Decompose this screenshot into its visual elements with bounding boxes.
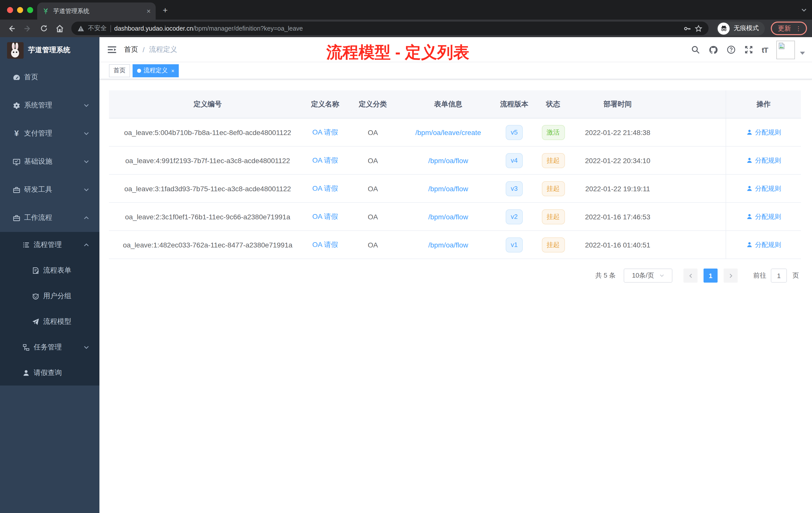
sidebar-item-process-form[interactable]: 流程表单: [0, 258, 99, 283]
sidebar-item-label: 请假查询: [34, 368, 62, 377]
definition-category: OA: [344, 203, 402, 231]
security-label[interactable]: 不安全: [88, 24, 107, 33]
tag-label: 流程定义: [144, 66, 168, 75]
definition-name-link[interactable]: OA 请假: [312, 156, 338, 165]
forward-icon[interactable]: [21, 22, 34, 35]
hamburger-icon[interactable]: [107, 44, 117, 55]
goto-page-input[interactable]: 1: [771, 269, 787, 282]
font-size-icon[interactable]: tT: [762, 46, 768, 54]
update-label[interactable]: 更新: [778, 24, 791, 33]
search-icon[interactable]: [691, 45, 700, 54]
reload-icon[interactable]: [37, 22, 50, 35]
assign-rule-button[interactable]: 分配规则: [746, 156, 781, 165]
table-row: oa_leave:2:3c1f0ef1-76b1-11ec-9c66-a2380…: [109, 203, 801, 231]
definition-table: 定义编号 定义名称 定义分类 表单信息 流程版本 状态 部署时间 操作 oa_l…: [109, 90, 801, 259]
fullscreen-icon[interactable]: [744, 45, 753, 54]
definition-id: oa_leave:1:482ec033-762a-11ec-8477-a2380…: [109, 231, 306, 259]
update-button[interactable]: 更新 ⋮: [771, 22, 807, 35]
column-header: 流程版本: [495, 90, 534, 118]
breadcrumb-separator: /: [143, 46, 145, 54]
tag-home[interactable]: 首页: [109, 64, 130, 77]
sidebar-item-label: 任务管理: [34, 342, 62, 352]
tab-close-icon[interactable]: ×: [147, 7, 151, 14]
home-icon[interactable]: [53, 22, 66, 35]
pagination-total: 共 5 条: [595, 271, 616, 280]
sidebar-logo-row[interactable]: 芋道管理系统: [0, 37, 99, 63]
address-bar[interactable]: 不安全 dashboard.yudao.iocoder.cn /bpm/mana…: [71, 22, 708, 35]
column-header-filler: [663, 90, 726, 118]
url-path[interactable]: /bpm/manager/definition?key=oa_leave: [193, 25, 303, 32]
assign-rule-button[interactable]: 分配规则: [746, 184, 781, 193]
avatar[interactable]: [776, 40, 795, 59]
status-badge: 挂起: [542, 181, 565, 196]
window-controls[interactable]: [7, 7, 33, 13]
sidebar-menu: 首页 系统管理 ¥ 支付管理: [0, 63, 99, 386]
sidebar-item-task-management[interactable]: 任务管理: [0, 334, 99, 360]
tag-close-icon[interactable]: ×: [171, 67, 174, 73]
avatar-dropdown-caret-icon[interactable]: [800, 52, 805, 55]
new-tab-button[interactable]: +: [163, 5, 168, 16]
security-warning-icon[interactable]: [77, 25, 84, 32]
active-dot-icon: [137, 68, 141, 72]
user-icon: [746, 129, 753, 135]
sidebar-item-process-management[interactable]: 流程管理: [0, 232, 99, 258]
sidebar-item-dev-tools[interactable]: 研发工具: [0, 176, 99, 204]
breadcrumb-home[interactable]: 首页: [124, 45, 138, 54]
prev-page-button[interactable]: [684, 269, 697, 282]
sidebar-item-label: 系统管理: [24, 101, 52, 110]
sidebar-item-label: 研发工具: [24, 185, 52, 194]
close-window-button[interactable]: [7, 7, 13, 13]
assign-rule-button[interactable]: 分配规则: [746, 212, 781, 221]
sidebar-item-leave-query[interactable]: 请假查询: [0, 360, 99, 386]
app-logo-avatar: [7, 42, 24, 58]
form-info-link[interactable]: /bpm/oa/flow: [428, 184, 468, 192]
form-info-link[interactable]: /bpm/oa/flow: [428, 156, 468, 164]
sidebar-item-workflow[interactable]: 工作流程: [0, 204, 99, 232]
tree-icon: [22, 343, 30, 351]
chevron-down-icon: [659, 273, 664, 278]
zoom-window-button[interactable]: [27, 7, 33, 13]
github-icon[interactable]: [708, 45, 718, 55]
incognito-chip: 无痕模式: [717, 21, 765, 35]
url-host[interactable]: dashboard.yudao.iocoder.cn: [114, 25, 193, 32]
tag-process-definition-active[interactable]: 流程定义 ×: [133, 64, 179, 77]
key-icon[interactable]: [683, 24, 691, 32]
status-badge: 挂起: [542, 237, 565, 252]
minimize-window-button[interactable]: [17, 7, 23, 13]
form-info-link[interactable]: /bpm/oa/flow: [428, 213, 468, 221]
sidebar-item-label: 流程模型: [43, 317, 71, 326]
page-size-select[interactable]: 10条/页: [624, 269, 672, 282]
definition-name-link[interactable]: OA 请假: [312, 128, 338, 137]
next-page-button[interactable]: [724, 269, 738, 282]
sidebar: 芋道管理系统 首页 系统管理 ¥: [0, 37, 99, 513]
definition-name-link[interactable]: OA 请假: [312, 240, 338, 249]
chevron-down-icon: [83, 187, 89, 193]
sidebar-item-process-model[interactable]: 流程模型: [0, 309, 99, 334]
gear-icon: [12, 101, 21, 110]
current-page-button[interactable]: 1: [703, 269, 718, 282]
sidebar-item-system[interactable]: 系统管理: [0, 91, 99, 119]
gauge-icon: [12, 73, 21, 81]
help-icon[interactable]: [727, 45, 736, 54]
tab-strip-chevron-down-icon[interactable]: [801, 6, 807, 15]
form-info-link[interactable]: /bpm/oa/leave/create: [415, 128, 481, 136]
sidebar-item-payment[interactable]: ¥ 支付管理: [0, 119, 99, 148]
browser-menu-dots-icon[interactable]: ⋮: [795, 25, 802, 32]
column-header: 操作: [726, 90, 801, 118]
sidebar-item-label: 支付管理: [24, 129, 52, 138]
status-badge: 激活: [542, 125, 565, 140]
incognito-icon: [718, 22, 730, 34]
definition-id: oa_leave:4:991f2193-7b7f-11ec-a3c8-acde4…: [109, 147, 306, 174]
back-icon[interactable]: [5, 22, 18, 35]
sidebar-item-user-group[interactable]: 用户分组: [0, 283, 99, 309]
sidebar-item-label: 工作流程: [24, 213, 52, 222]
browser-tab[interactable]: 芋道管理系统 ×: [37, 2, 156, 20]
definition-name-link[interactable]: OA 请假: [312, 184, 338, 193]
bookmark-star-icon[interactable]: [695, 24, 702, 32]
assign-rule-button[interactable]: 分配规则: [746, 128, 781, 137]
sidebar-item-home[interactable]: 首页: [0, 63, 99, 91]
assign-rule-button[interactable]: 分配规则: [746, 240, 781, 249]
definition-name-link[interactable]: OA 请假: [312, 212, 338, 221]
form-info-link[interactable]: /bpm/oa/flow: [428, 241, 468, 249]
sidebar-item-infrastructure[interactable]: 基础设施: [0, 148, 99, 176]
